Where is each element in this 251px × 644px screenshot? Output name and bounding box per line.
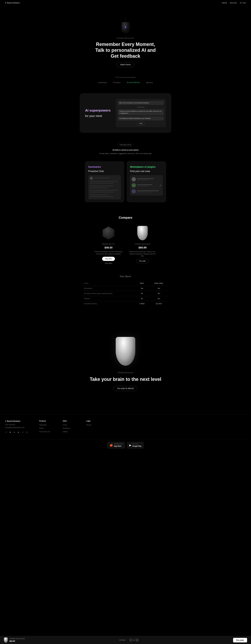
hero-device — [118, 14, 133, 34]
discord-icon[interactable]: ◆ — [18, 431, 20, 434]
chat-line — [90, 192, 114, 193]
plugin-name — [137, 190, 159, 191]
dev-kit-name: FRIEND DEV KIT — [94, 243, 123, 245]
plugin-avatar — [132, 189, 136, 194]
press-forbes: Forbes — [113, 81, 121, 84]
footer-products-heading: Products — [39, 420, 55, 422]
pre-order-button[interactable]: Pre-order — [136, 259, 149, 263]
chat-button[interactable]: Chat — [137, 122, 145, 125]
marketplace-tag: Marketplace of plugins — [130, 165, 163, 169]
features-description: All Data is stored on your phone — [93, 149, 158, 151]
spec-label: Estimated Delivery — [82, 301, 135, 306]
chat-msg-1: Here is the summary of your financial me… — [118, 101, 164, 105]
meta-label: Meta — [149, 81, 153, 84]
footer-email: team@basedhardware.com — [5, 426, 32, 429]
instagram-icon[interactable]: ▣ — [10, 431, 12, 434]
ai-card: AI superpowers for your mind Here is the… — [80, 94, 171, 133]
plugin-item: + — [132, 183, 161, 188]
footer-link-dev-kit[interactable]: Friend DEV KIT — [39, 430, 55, 433]
google-play-text: GET IT ON Google Play — [132, 443, 141, 447]
chat-line — [90, 190, 118, 191]
watch-demo-button[interactable]: Watch Demo — [116, 62, 134, 67]
plugin-sub — [137, 186, 148, 186]
github-icon[interactable]: ⊛ — [26, 431, 29, 434]
spec-label: On-board memory (works without phone) — [82, 291, 135, 296]
cta-eyebrow: FRIEND NECKLACE — [2, 372, 248, 374]
summaries-screenshot — [88, 175, 121, 200]
app-store-badge[interactable]: 🍎 Download on the App Store — [108, 442, 125, 448]
press-bar: The #1 opensource AI wearable GIZMODO Fo… — [0, 72, 251, 88]
chat-date: Present day — [118, 106, 164, 108]
nav-buy-now[interactable]: Buy Now — [230, 2, 237, 4]
navbar: ♥ Based Hardware Github Buy Now 🛒 Cart — [0, 0, 251, 6]
avatar — [90, 177, 93, 180]
footer-link-privacy[interactable]: Privacy — [86, 424, 102, 426]
products-row: FRIEND DEV KIT $49.00 Perfect for develo… — [2, 225, 248, 264]
chat-line — [90, 185, 114, 186]
meta-icon: ⊗ — [146, 81, 148, 84]
plugin-text — [137, 178, 161, 180]
spec-necklace-value: Q3 2024 — [149, 301, 169, 306]
footer-heart-icon: ♥ — [5, 420, 6, 422]
footer-link-friend[interactable]: Friend — [39, 427, 55, 430]
twitter-icon[interactable]: 𝕏 — [5, 431, 8, 434]
footer-link-residency[interactable]: Residency — [63, 427, 78, 430]
ai-label: AI superpowers — [85, 108, 110, 113]
footer-link-openglass[interactable]: Openglass — [39, 424, 55, 426]
nav-github[interactable]: Github — [222, 2, 227, 4]
hero-eyebrow: FRIEND NECKLACE — [117, 37, 134, 39]
press-logos: GIZMODO Forbes KICKSTARTER ⊗ Meta — [2, 81, 248, 84]
chat-line — [90, 196, 114, 197]
nav-cart[interactable]: 🛒 Cart — [240, 2, 246, 4]
dev-kit-image — [101, 225, 116, 241]
necklace-desc: Ideal for those looking for a ready-to-u… — [128, 250, 157, 257]
summaries-card: Summaries Proactive Chat — [85, 162, 124, 202]
spec-row: Vibration No Yes — [82, 296, 169, 301]
spec-label: Vibration — [82, 296, 135, 301]
nav-logo[interactable]: ♥ Based Hardware — [5, 2, 20, 4]
dev-kit-shape — [102, 226, 115, 240]
spec-row: Colors Black White, Black — [82, 281, 169, 286]
spec-devkit-value: No — [135, 291, 149, 296]
compare-title: Compare — [2, 215, 248, 220]
footer-city: San Francisco — [5, 424, 32, 426]
learn-more-link[interactable]: Learn More — [94, 262, 123, 264]
footer-link-invest[interactable]: Invest — [63, 424, 78, 426]
plugin-text — [137, 184, 159, 186]
spec-devkit-value: Yes — [135, 286, 149, 291]
device-body — [122, 22, 130, 32]
spec-necklace-value: Yes — [149, 291, 169, 296]
chat-line — [90, 187, 108, 188]
cart-icon: 🛒 — [240, 2, 242, 4]
buy-now-button[interactable]: Buy Now — [102, 257, 115, 261]
google-play-badge[interactable]: ▶ GET IT ON Google Play — [127, 442, 144, 448]
chat-line — [90, 181, 118, 182]
plugin-avatar — [132, 177, 136, 182]
footer-other-column: Other Invest Residency Affiliate — [63, 420, 78, 434]
necklace-name: FRIEND NECKLACE — [128, 243, 157, 245]
plugin-sub — [137, 180, 149, 180]
footer-brand-name: ♥ Based Hardware — [5, 420, 32, 422]
necklace-image — [135, 225, 150, 241]
cta-preorder-button[interactable]: Pre-order for $69.99 — [114, 386, 138, 391]
cart-label: Cart — [242, 2, 246, 4]
app-store-name: App Store — [114, 445, 123, 447]
youtube-icon[interactable]: ⊙ — [22, 431, 24, 434]
google-play-icon: ▶ — [129, 443, 131, 447]
chat-msg-2: I heard you were looking for a present f… — [118, 109, 164, 115]
dev-kit-card: FRIEND DEV KIT $49.00 Perfect for develo… — [94, 225, 123, 264]
compare-section: Compare FRIEND DEV KIT $49.00 Perfect fo… — [0, 210, 251, 272]
footer-link-affiliate[interactable]: Affiliate — [63, 430, 78, 433]
chat-line — [90, 194, 108, 195]
spec-devkit-value: Black — [135, 281, 149, 286]
spec-row: On-board memory (works without phone) No… — [82, 291, 169, 296]
press-gizmodo: GIZMODO — [98, 81, 107, 84]
spec-label: Microphone — [82, 286, 135, 291]
plugin-sub — [137, 192, 152, 192]
plugin-text — [137, 190, 161, 192]
necklace-shape — [137, 226, 148, 240]
footer-bottom: 🍎 Download on the App Store ▶ GET IT ON … — [5, 439, 246, 451]
necklace-illustration — [121, 16, 130, 32]
tiktok-icon[interactable]: ◈ — [14, 431, 16, 434]
spec-necklace-value: Yes — [149, 296, 169, 301]
